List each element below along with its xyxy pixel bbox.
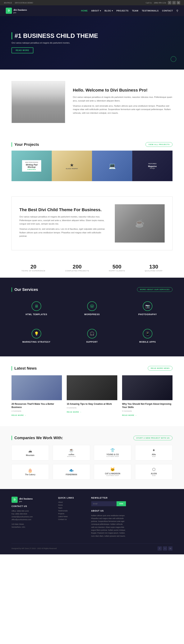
read-more-news-button[interactable]: Read More News	[148, 366, 172, 370]
nav-home[interactable]: HOME	[81, 10, 88, 12]
news-thumb-2[interactable]	[67, 375, 117, 400]
newsletter-email-input[interactable]	[91, 501, 117, 506]
logo-sub: pro	[14, 12, 27, 14]
footer-fax: Fax: (888) 999-0530	[12, 512, 52, 516]
news-thumb-3[interactable]	[122, 375, 172, 400]
company-young-sub: CLOTHING SHOP	[106, 456, 119, 457]
stat-staff-label: QUALIFIED STAFF	[145, 270, 162, 272]
footer-link-contact[interactable]: Contact Us	[58, 518, 85, 520]
company-fisherman: 🐟 FISHERMAN	[53, 464, 90, 480]
companies-header: Companies We Work With: Start A New Proj…	[12, 436, 172, 440]
company-cakery: 🎂 The Cakery	[12, 464, 49, 480]
footer-logo-name: divi business	[19, 497, 33, 500]
nav-projects[interactable]: PROJECTS	[116, 10, 128, 12]
project-thumb-3[interactable]: 💻	[92, 150, 132, 181]
stat-projects-number: 200	[65, 264, 89, 270]
footer-facebook-icon[interactable]: f	[157, 546, 162, 550]
top-bar-extras: DIVI EXTRAS DEMO	[15, 2, 33, 4]
footer-link-team[interactable]: Team	[58, 507, 85, 509]
phone-number[interactable]: (888) 999-1234	[154, 2, 166, 4]
news-grid: 20 Resources That'll Make You a Better B…	[12, 375, 172, 416]
company-mountain-name: Mountain	[26, 454, 34, 456]
news-title-1: 20 Resources That'll Make You a Better B…	[12, 402, 62, 409]
news-thumb-1[interactable]	[12, 375, 62, 400]
newsletter-join-button[interactable]: JOIN	[117, 501, 126, 506]
projects-grid: NEW FROM DESIGN Writing Pad Mockup A BEA…	[12, 150, 172, 181]
footer-link-about[interactable]: About	[58, 501, 85, 503]
project-thumb-2[interactable]: ★ GLASS TROPHY	[52, 150, 92, 181]
hero-cta-button[interactable]: Read More	[12, 48, 33, 53]
news-title-2: 10 Amazing Tips to Stay Creative at Work	[67, 402, 117, 406]
companies-title: Companies We Work With:	[12, 436, 63, 440]
footer-twitter-icon[interactable]: t	[163, 546, 167, 550]
footer: D divi business pro CONTACT US Office: (…	[0, 489, 184, 554]
footer-link-news[interactable]: Latest News	[58, 516, 85, 518]
stat-experience-number: 20	[22, 264, 45, 270]
twitter-icon[interactable]: t	[172, 1, 176, 4]
hero-content: #1 BUSINESS CHILD THEME Orci varius nato…	[12, 32, 98, 53]
footer-link-testimonials[interactable]: Testimonials	[58, 510, 85, 512]
stat-projects: 200 COMPLETED PROJECTS	[65, 264, 89, 272]
news-read-more-2[interactable]: READ MORE →	[67, 411, 82, 413]
footer-about-title: ABOUT US	[91, 510, 126, 512]
footer-phone[interactable]: Office: (888) 999-1234	[12, 510, 52, 512]
service-html-label: HTML Templates	[15, 313, 57, 316]
footer-email2[interactable]: office@yourbusiness.com	[12, 518, 52, 521]
company-align-name: ALIGN	[151, 472, 157, 475]
footer-link-home[interactable]: Home	[58, 504, 85, 506]
footer-contact-info: Office: (888) 999-1234 Fax: (888) 999-05…	[12, 510, 52, 529]
project-thumb-1[interactable]: NEW FROM DESIGN Writing Pad Mockup A BEA…	[12, 150, 52, 181]
stat-projects-label: COMPLETED PROJECTS	[65, 270, 89, 272]
nav-about[interactable]: ABOUT ▾	[91, 10, 101, 12]
company-fisherman-name: FISHERMAN	[66, 474, 77, 476]
service-html-templates: 🖥 HTML Templates	[12, 298, 61, 319]
start-project-button[interactable]: Start A New Project With Us	[133, 436, 172, 440]
stat-experience: 20 YEARS OF EXPERIENCE	[22, 264, 45, 272]
service-mobile-label: Mobile Apps	[127, 341, 169, 343]
news-item-3: Why You Should Not Forget About Improvin…	[122, 375, 172, 416]
phone-label: Call Us:	[146, 2, 152, 4]
welcome-image	[12, 81, 65, 123]
company-cat-madison: 🐱 CAT & MADISON CLOTHING SHOP	[94, 464, 131, 480]
footer-logo: D divi business pro	[12, 497, 52, 503]
news-read-more-1[interactable]: READ MORE →	[12, 414, 27, 416]
company-coffee-sub: ASSOCIATE	[67, 456, 76, 457]
nav-team[interactable]: TEAM	[132, 10, 138, 12]
company-coffee-name: coffee	[69, 454, 74, 456]
footer-bottom: Designed by WP Zone | © 2015 - 2022 All …	[12, 543, 172, 550]
news-header: Latest News Read More News	[12, 366, 172, 370]
service-marketing: 💡 Marketing Strategy	[12, 325, 61, 347]
nav-blog[interactable]: BLOG ▾	[105, 10, 113, 12]
facebook-icon[interactable]: f	[168, 1, 171, 4]
view-all-projects-button[interactable]: View All Projects	[145, 142, 172, 147]
stat-staff-number: 130	[145, 264, 162, 270]
logo[interactable]: D divi business pro	[6, 8, 27, 14]
news-comments-2: 0 Comments	[67, 407, 117, 409]
best-theme-para1: Orci varius natoque penatibus et magnis …	[19, 215, 107, 226]
hero-decoration	[170, 56, 176, 62]
main-nav: HOME ABOUT ▾ BLOG ▾ PROJECTS TEAM TESTIM…	[81, 9, 178, 12]
project-thumb-4[interactable]: FEATURED Magazine Design	[132, 150, 172, 181]
footer-logo-text: divi business pro	[19, 497, 33, 502]
footer-newsletter-title: NEWSLETTER	[91, 497, 126, 499]
search-icon[interactable]: ⚲	[176, 9, 178, 12]
hero-section: #1 BUSINESS CHILD THEME Orci varius nato…	[0, 16, 184, 70]
top-bar-social: f t in	[168, 1, 180, 4]
footer-email1[interactable]: contact@yourbusiness.com	[12, 516, 52, 518]
news-read-more-3[interactable]: READ MORE →	[122, 414, 137, 416]
young-logo-icon: 👕	[110, 448, 115, 452]
stat-staff: 130 QUALIFIED STAFF	[145, 264, 162, 272]
best-theme-title: The Best Divi Child Theme For Business.	[19, 207, 107, 212]
footer-linkedin-icon[interactable]: in	[168, 546, 172, 550]
footer-links-col: QUICK LINKS About Home Team Testimonials…	[58, 497, 85, 538]
projects-title: Your Projects	[12, 142, 39, 147]
nav-testimonials[interactable]: TESTIMONIALS	[142, 10, 159, 12]
mountain-logo-icon: ⛰	[28, 449, 32, 453]
stat-clients-number: 500	[109, 264, 125, 270]
mobile-icon: 📱	[143, 329, 152, 338]
more-services-button[interactable]: More About Our Services	[137, 287, 172, 292]
nav-contact[interactable]: CONTACT	[162, 10, 173, 12]
best-theme-text: The Best Divi Child Theme For Business. …	[19, 207, 107, 240]
footer-link-projects[interactable]: Projects	[58, 513, 85, 515]
linkedin-icon[interactable]: in	[177, 1, 180, 4]
